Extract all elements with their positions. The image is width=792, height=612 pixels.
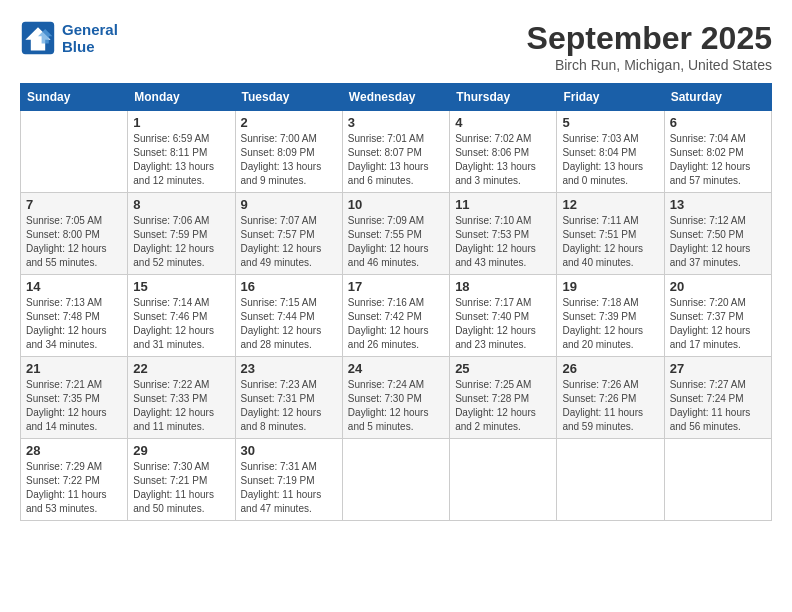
- title-block: September 2025 Birch Run, Michigan, Unit…: [527, 20, 772, 73]
- calendar-cell: 27Sunrise: 7:27 AM Sunset: 7:24 PM Dayli…: [664, 357, 771, 439]
- weekday-header: Thursday: [450, 84, 557, 111]
- calendar-cell: [21, 111, 128, 193]
- day-number: 28: [26, 443, 122, 458]
- weekday-header: Monday: [128, 84, 235, 111]
- calendar-cell: 30Sunrise: 7:31 AM Sunset: 7:19 PM Dayli…: [235, 439, 342, 521]
- day-info: Sunrise: 7:10 AM Sunset: 7:53 PM Dayligh…: [455, 214, 551, 270]
- calendar-cell: 12Sunrise: 7:11 AM Sunset: 7:51 PM Dayli…: [557, 193, 664, 275]
- day-info: Sunrise: 7:24 AM Sunset: 7:30 PM Dayligh…: [348, 378, 444, 434]
- day-info: Sunrise: 7:07 AM Sunset: 7:57 PM Dayligh…: [241, 214, 337, 270]
- day-info: Sunrise: 7:31 AM Sunset: 7:19 PM Dayligh…: [241, 460, 337, 516]
- day-info: Sunrise: 7:13 AM Sunset: 7:48 PM Dayligh…: [26, 296, 122, 352]
- day-info: Sunrise: 7:29 AM Sunset: 7:22 PM Dayligh…: [26, 460, 122, 516]
- day-info: Sunrise: 7:25 AM Sunset: 7:28 PM Dayligh…: [455, 378, 551, 434]
- day-info: Sunrise: 7:16 AM Sunset: 7:42 PM Dayligh…: [348, 296, 444, 352]
- day-number: 4: [455, 115, 551, 130]
- calendar-cell: 29Sunrise: 7:30 AM Sunset: 7:21 PM Dayli…: [128, 439, 235, 521]
- weekday-header: Friday: [557, 84, 664, 111]
- calendar-cell: 24Sunrise: 7:24 AM Sunset: 7:30 PM Dayli…: [342, 357, 449, 439]
- day-info: Sunrise: 7:04 AM Sunset: 8:02 PM Dayligh…: [670, 132, 766, 188]
- day-number: 12: [562, 197, 658, 212]
- calendar-week-row: 7Sunrise: 7:05 AM Sunset: 8:00 PM Daylig…: [21, 193, 772, 275]
- day-info: Sunrise: 7:23 AM Sunset: 7:31 PM Dayligh…: [241, 378, 337, 434]
- calendar-cell: 11Sunrise: 7:10 AM Sunset: 7:53 PM Dayli…: [450, 193, 557, 275]
- calendar-cell: 1Sunrise: 6:59 AM Sunset: 8:11 PM Daylig…: [128, 111, 235, 193]
- calendar-cell: 28Sunrise: 7:29 AM Sunset: 7:22 PM Dayli…: [21, 439, 128, 521]
- calendar-cell: 26Sunrise: 7:26 AM Sunset: 7:26 PM Dayli…: [557, 357, 664, 439]
- calendar-cell: 15Sunrise: 7:14 AM Sunset: 7:46 PM Dayli…: [128, 275, 235, 357]
- weekday-header-row: SundayMondayTuesdayWednesdayThursdayFrid…: [21, 84, 772, 111]
- day-info: Sunrise: 7:11 AM Sunset: 7:51 PM Dayligh…: [562, 214, 658, 270]
- calendar-cell: 21Sunrise: 7:21 AM Sunset: 7:35 PM Dayli…: [21, 357, 128, 439]
- day-number: 23: [241, 361, 337, 376]
- calendar-cell: 13Sunrise: 7:12 AM Sunset: 7:50 PM Dayli…: [664, 193, 771, 275]
- day-info: Sunrise: 7:22 AM Sunset: 7:33 PM Dayligh…: [133, 378, 229, 434]
- logo-icon: [20, 20, 56, 56]
- day-number: 20: [670, 279, 766, 294]
- day-info: Sunrise: 6:59 AM Sunset: 8:11 PM Dayligh…: [133, 132, 229, 188]
- calendar-week-row: 28Sunrise: 7:29 AM Sunset: 7:22 PM Dayli…: [21, 439, 772, 521]
- day-info: Sunrise: 7:17 AM Sunset: 7:40 PM Dayligh…: [455, 296, 551, 352]
- day-number: 1: [133, 115, 229, 130]
- weekday-header: Wednesday: [342, 84, 449, 111]
- calendar-cell: 17Sunrise: 7:16 AM Sunset: 7:42 PM Dayli…: [342, 275, 449, 357]
- day-number: 13: [670, 197, 766, 212]
- day-info: Sunrise: 7:27 AM Sunset: 7:24 PM Dayligh…: [670, 378, 766, 434]
- calendar-cell: 14Sunrise: 7:13 AM Sunset: 7:48 PM Dayli…: [21, 275, 128, 357]
- day-info: Sunrise: 7:12 AM Sunset: 7:50 PM Dayligh…: [670, 214, 766, 270]
- calendar-cell: 16Sunrise: 7:15 AM Sunset: 7:44 PM Dayli…: [235, 275, 342, 357]
- day-info: Sunrise: 7:06 AM Sunset: 7:59 PM Dayligh…: [133, 214, 229, 270]
- day-number: 21: [26, 361, 122, 376]
- day-info: Sunrise: 7:30 AM Sunset: 7:21 PM Dayligh…: [133, 460, 229, 516]
- day-number: 3: [348, 115, 444, 130]
- calendar-table: SundayMondayTuesdayWednesdayThursdayFrid…: [20, 83, 772, 521]
- day-number: 5: [562, 115, 658, 130]
- day-number: 10: [348, 197, 444, 212]
- day-number: 15: [133, 279, 229, 294]
- calendar-cell: 7Sunrise: 7:05 AM Sunset: 8:00 PM Daylig…: [21, 193, 128, 275]
- weekday-header: Tuesday: [235, 84, 342, 111]
- day-number: 11: [455, 197, 551, 212]
- calendar-cell: 10Sunrise: 7:09 AM Sunset: 7:55 PM Dayli…: [342, 193, 449, 275]
- calendar-cell: 20Sunrise: 7:20 AM Sunset: 7:37 PM Dayli…: [664, 275, 771, 357]
- day-number: 17: [348, 279, 444, 294]
- calendar-cell: 4Sunrise: 7:02 AM Sunset: 8:06 PM Daylig…: [450, 111, 557, 193]
- calendar-cell: 18Sunrise: 7:17 AM Sunset: 7:40 PM Dayli…: [450, 275, 557, 357]
- day-number: 26: [562, 361, 658, 376]
- page-header: General Blue September 2025 Birch Run, M…: [20, 20, 772, 73]
- calendar-week-row: 14Sunrise: 7:13 AM Sunset: 7:48 PM Dayli…: [21, 275, 772, 357]
- day-info: Sunrise: 7:03 AM Sunset: 8:04 PM Dayligh…: [562, 132, 658, 188]
- day-number: 27: [670, 361, 766, 376]
- day-info: Sunrise: 7:14 AM Sunset: 7:46 PM Dayligh…: [133, 296, 229, 352]
- day-info: Sunrise: 7:18 AM Sunset: 7:39 PM Dayligh…: [562, 296, 658, 352]
- day-number: 19: [562, 279, 658, 294]
- calendar-cell: 6Sunrise: 7:04 AM Sunset: 8:02 PM Daylig…: [664, 111, 771, 193]
- day-info: Sunrise: 7:26 AM Sunset: 7:26 PM Dayligh…: [562, 378, 658, 434]
- day-info: Sunrise: 7:00 AM Sunset: 8:09 PM Dayligh…: [241, 132, 337, 188]
- calendar-cell: 25Sunrise: 7:25 AM Sunset: 7:28 PM Dayli…: [450, 357, 557, 439]
- day-number: 25: [455, 361, 551, 376]
- calendar-cell: [664, 439, 771, 521]
- day-number: 2: [241, 115, 337, 130]
- weekday-header: Saturday: [664, 84, 771, 111]
- calendar-week-row: 1Sunrise: 6:59 AM Sunset: 8:11 PM Daylig…: [21, 111, 772, 193]
- calendar-cell: [450, 439, 557, 521]
- day-info: Sunrise: 7:02 AM Sunset: 8:06 PM Dayligh…: [455, 132, 551, 188]
- day-number: 29: [133, 443, 229, 458]
- month-title: September 2025: [527, 20, 772, 57]
- day-info: Sunrise: 7:05 AM Sunset: 8:00 PM Dayligh…: [26, 214, 122, 270]
- day-info: Sunrise: 7:21 AM Sunset: 7:35 PM Dayligh…: [26, 378, 122, 434]
- day-number: 22: [133, 361, 229, 376]
- weekday-header: Sunday: [21, 84, 128, 111]
- calendar-cell: 9Sunrise: 7:07 AM Sunset: 7:57 PM Daylig…: [235, 193, 342, 275]
- calendar-cell: [557, 439, 664, 521]
- logo-text: General Blue: [62, 21, 118, 55]
- day-number: 8: [133, 197, 229, 212]
- day-info: Sunrise: 7:15 AM Sunset: 7:44 PM Dayligh…: [241, 296, 337, 352]
- location: Birch Run, Michigan, United States: [527, 57, 772, 73]
- day-number: 18: [455, 279, 551, 294]
- day-info: Sunrise: 7:09 AM Sunset: 7:55 PM Dayligh…: [348, 214, 444, 270]
- day-number: 24: [348, 361, 444, 376]
- day-number: 30: [241, 443, 337, 458]
- calendar-cell: 2Sunrise: 7:00 AM Sunset: 8:09 PM Daylig…: [235, 111, 342, 193]
